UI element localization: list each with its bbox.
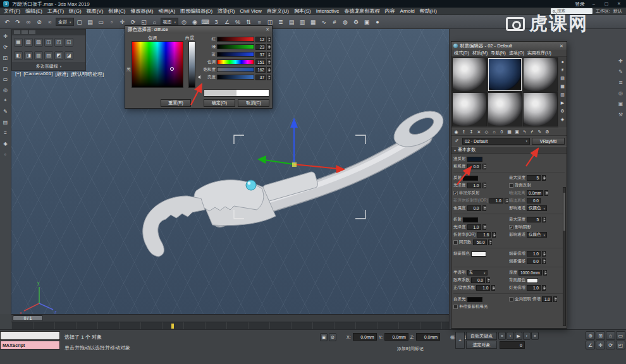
back-color-swatch[interactable] [527, 278, 538, 283]
maximize-button[interactable]: ▢ [603, 1, 610, 6]
maxscript-recorder[interactable]: MAXScript [0, 341, 60, 349]
compensate-exposure-checkbox[interactable] [453, 305, 458, 309]
window-crossing-icon[interactable]: ▫ [107, 17, 117, 27]
metalness-field[interactable]: 0.0 [467, 205, 481, 211]
make-unique-icon[interactable]: ◇ [483, 128, 490, 135]
field-of-view-button[interactable]: ∠ [586, 341, 595, 349]
affect-shadows-checkbox[interactable] [509, 225, 513, 229]
color-selector-titlebar[interactable]: 颜色选择器: diffuse ✕ [125, 26, 272, 33]
render-icon[interactable]: ● [372, 17, 383, 27]
time-slider[interactable]: 0 / 1 [11, 314, 449, 322]
material-editor-menu-item[interactable]: 实用程序(U) [526, 50, 553, 56]
material-editor-menu-item[interactable]: 导航(N) [489, 50, 507, 56]
motion-tab-icon[interactable]: ◎ [617, 89, 625, 97]
pan-button[interactable]: ✛ [596, 341, 605, 349]
zoom-button[interactable]: ⊕ [586, 331, 595, 340]
polygon-modeling-section[interactable]: 多边形建模 ▾ [12, 62, 85, 70]
material-type-button[interactable]: VRayMtl [532, 138, 565, 145]
spinner[interactable] [553, 296, 557, 302]
hue-blackness-field[interactable] [132, 41, 183, 88]
ribbon-tool-icon[interactable]: ◪ [64, 51, 73, 60]
selected-objects-button[interactable]: 选定对象 [466, 341, 497, 349]
rectangular-selection-region-icon[interactable]: ▭ [96, 17, 106, 27]
box-tool-icon[interactable]: ▫ [1, 150, 10, 159]
schematic-view-icon[interactable]: # [329, 17, 340, 27]
spinner[interactable] [544, 190, 548, 196]
spinner[interactable] [267, 75, 271, 80]
modify-tab-icon[interactable]: ✎ [617, 68, 625, 76]
material-editor-menu-item[interactable]: 选项(O) [508, 50, 525, 56]
refract-max-depth-field[interactable]: 5 [527, 217, 541, 222]
menu-item[interactable]: 自定义(U) [264, 8, 292, 15]
spinner[interactable] [542, 175, 546, 181]
affect-channels-select[interactable]: 仅颜色 [527, 205, 547, 211]
thickness-field[interactable]: 1000.0mm [519, 270, 542, 276]
abbe-field[interactable]: 50.0 [473, 240, 487, 245]
menu-item[interactable]: Arnold [398, 8, 417, 14]
move-gizmo[interactable] [257, 118, 345, 173]
diffuse-color-swatch[interactable] [467, 157, 482, 162]
spinner[interactable] [482, 205, 486, 211]
reflect-gloss-field[interactable]: 1.0 [467, 183, 481, 188]
material-editor-icon[interactable]: ◍ [340, 17, 350, 27]
put-to-library-icon[interactable]: ⌂ [491, 128, 498, 135]
spinner[interactable] [542, 251, 546, 257]
saturation-field[interactable]: 162 [255, 67, 266, 73]
reset-button[interactable]: 重置(R) [161, 99, 191, 107]
saturation-slider[interactable] [217, 67, 254, 72]
close-icon[interactable]: ✕ [558, 44, 565, 49]
ribbon-toggle-icon[interactable]: ▦ [308, 17, 318, 27]
orbit-button[interactable]: ⟳ [606, 341, 615, 349]
move-tool-icon[interactable]: ✛ [1, 32, 10, 40]
spinner[interactable] [542, 258, 546, 264]
menu-item[interactable]: 帮助(H) [417, 8, 439, 15]
refract-color-swatch[interactable] [463, 217, 478, 222]
rotate-tool-icon[interactable]: ⟳ [1, 42, 10, 51]
track-key-marker[interactable] [171, 324, 174, 329]
ribbon-tool-icon[interactable]: ◰ [54, 38, 63, 47]
previous-frame-button[interactable]: ‹ [506, 332, 514, 340]
scene-explorer-icon[interactable]: ▤ [286, 17, 297, 27]
center-tool-icon[interactable]: ◎ [1, 85, 10, 94]
material-slot[interactable] [523, 58, 558, 92]
material-slot-selected[interactable] [488, 58, 522, 92]
mult-field[interactable]: 1.0 [542, 296, 552, 302]
utilities-tab-icon[interactable]: ⚒ [617, 111, 625, 119]
material-editor-scrollbar[interactable] [563, 187, 566, 326]
time-slider-handle[interactable]: 0 / 1 [13, 315, 43, 321]
scatter-coeff-field[interactable]: 0.0 [471, 277, 485, 283]
dim-falloff-field[interactable]: 0.0 [527, 198, 541, 203]
sample-tiling-icon[interactable]: ▦ [559, 83, 566, 90]
curve-editor-icon[interactable]: ∿ [319, 17, 329, 27]
viewport-label-item[interactable]: [+] [15, 71, 21, 78]
spinner[interactable] [482, 183, 486, 188]
go-to-parent-icon[interactable]: ↰ [521, 128, 528, 135]
spinner[interactable] [267, 59, 271, 65]
fresnel-ior-field[interactable]: 1.6 [489, 198, 503, 203]
list-tool-icon[interactable]: ▤ [1, 118, 10, 126]
material-editor-titlebar[interactable]: 材质编辑器 - 02 - Default ✕ [451, 42, 567, 50]
spinner[interactable] [267, 52, 271, 58]
spinner[interactable] [492, 232, 496, 238]
roughness-field[interactable]: 0.0 [467, 164, 481, 169]
video-color-check-icon[interactable]: ▥ [559, 91, 566, 98]
go-forward-icon[interactable]: ↱ [529, 128, 536, 135]
menu-item[interactable]: 文件(F) [1, 8, 23, 15]
ribbon-tool-icon[interactable]: ▥ [34, 51, 43, 60]
ribbon-tool-icon[interactable]: ◨ [24, 51, 33, 60]
display-tab-icon[interactable]: ▣ [617, 100, 625, 108]
zoom-all-button[interactable]: ⊞ [596, 331, 605, 340]
maxscript-listener[interactable] [0, 331, 60, 340]
put-to-scene-icon[interactable]: ↥ [460, 128, 467, 135]
maximize-viewport-button[interactable]: ◰ [616, 341, 625, 349]
spinner[interactable] [491, 285, 495, 291]
spinner[interactable] [543, 270, 547, 276]
basic-parameters-rollout[interactable]: 基本参数 [451, 146, 567, 154]
spinner[interactable] [542, 285, 546, 291]
options-icon[interactable]: ⚙ [559, 107, 566, 114]
material-slot[interactable] [452, 58, 487, 92]
spinner[interactable] [267, 44, 271, 50]
pick-material-eyedropper-icon[interactable]: ✐ [453, 138, 460, 145]
ribbon-tab[interactable] [21, 30, 28, 34]
hierarchy-tab-icon[interactable]: ≣ [617, 78, 625, 87]
